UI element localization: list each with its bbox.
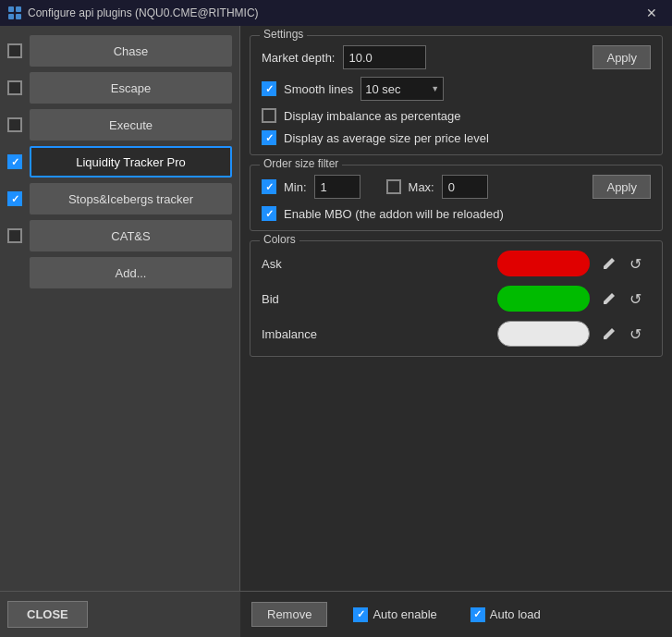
smooth-lines-select-wrapper: 5 sec 10 sec 15 sec 30 sec	[360, 77, 444, 101]
market-depth-input[interactable]	[343, 45, 426, 69]
auto-enable-checkbox[interactable]	[353, 607, 368, 622]
auto-load-text: Auto load	[490, 607, 541, 621]
title-bar: Configure api plugins (NQU0.CME@RITHMIC)…	[0, 0, 672, 26]
plugin-item-execute: Execute	[7, 109, 232, 141]
smooth-lines-select[interactable]: 5 sec 10 sec 15 sec 30 sec	[360, 77, 444, 101]
settings-apply-button[interactable]: Apply	[593, 45, 651, 69]
right-panel: Settings Market depth: Apply Smooth line…	[240, 26, 672, 637]
liquidity-button[interactable]: Liquidity Tracker Pro	[30, 146, 232, 178]
bid-reset-icon[interactable]: ↺	[625, 288, 645, 309]
left-panel: Chase Escape Execute Liquidity Tracker P…	[0, 26, 240, 637]
close-button[interactable]: CLOSE	[7, 601, 88, 628]
colors-section: Colors Ask ↺ Bid	[250, 240, 663, 357]
mbo-label: Enable MBO (the addon will be reloaded)	[284, 207, 504, 221]
add-button[interactable]: Add...	[30, 257, 232, 288]
plugin-item-cats: CAT&S	[7, 220, 232, 251]
mbo-checkbox[interactable]	[262, 206, 276, 221]
ask-label: Ask	[262, 257, 345, 271]
window-title: Configure api plugins (NQU0.CME@RITHMIC)	[28, 6, 639, 19]
ask-color-swatch[interactable]	[497, 251, 590, 276]
market-depth-row: Market depth: Apply	[262, 45, 651, 69]
imbalance-row: Display imbalance as percentage	[262, 108, 651, 123]
stops-checkbox[interactable]	[7, 191, 22, 206]
right-bottom-bar: Remove Auto enable Auto load	[240, 591, 672, 637]
bid-color-swatch[interactable]	[497, 286, 590, 312]
min-input[interactable]	[314, 175, 360, 199]
filter-apply-button[interactable]: Apply	[593, 175, 651, 199]
plugin-item-chase: Chase	[7, 35, 232, 67]
cats-button[interactable]: CAT&S	[30, 220, 232, 251]
settings-section: Settings Market depth: Apply Smooth line…	[250, 35, 663, 155]
stops-button[interactable]: Stops&Icebergs tracker	[30, 183, 232, 214]
mbo-row: Enable MBO (the addon will be reloaded)	[262, 206, 651, 221]
colors-section-label: Colors	[260, 233, 299, 246]
min-checkbox[interactable]	[262, 179, 276, 194]
imbalance-color-swatch[interactable]	[497, 321, 590, 347]
settings-section-label: Settings	[260, 28, 307, 41]
ask-edit-icon[interactable]	[599, 253, 619, 274]
execute-button[interactable]: Execute	[30, 109, 232, 141]
liquidity-checkbox[interactable]	[7, 154, 22, 169]
auto-enable-text: Auto enable	[373, 607, 436, 621]
order-filter-section: Order size filter Min: Max: Apply Enable…	[250, 165, 663, 231]
average-size-row: Display as average size per price level	[262, 130, 651, 145]
auto-load-checkbox[interactable]	[470, 607, 485, 622]
display-average-checkbox[interactable]	[262, 130, 276, 145]
imbalance-label: Imbalance	[262, 327, 345, 341]
svg-rect-2	[8, 14, 14, 19]
remove-button[interactable]: Remove	[251, 602, 327, 627]
smooth-lines-label: Smooth lines	[284, 82, 353, 96]
max-input[interactable]	[442, 175, 488, 199]
escape-button[interactable]: Escape	[30, 72, 232, 104]
execute-checkbox[interactable]	[7, 117, 22, 132]
market-depth-label: Market depth:	[262, 51, 336, 65]
escape-checkbox[interactable]	[7, 80, 22, 95]
svg-rect-0	[8, 6, 14, 12]
svg-rect-3	[16, 14, 21, 19]
auto-enable-label[interactable]: Auto enable	[353, 607, 436, 622]
order-filter-label: Order size filter	[260, 157, 342, 170]
main-layout: Chase Escape Execute Liquidity Tracker P…	[0, 26, 672, 637]
max-checkbox[interactable]	[386, 179, 401, 194]
ask-reset-icon[interactable]: ↺	[625, 253, 645, 274]
max-label: Max:	[409, 180, 434, 194]
left-bottom-bar: CLOSE	[0, 591, 240, 637]
imbalance-reset-icon[interactable]: ↺	[625, 324, 645, 344]
chase-button[interactable]: Chase	[30, 35, 232, 67]
bid-edit-icon[interactable]	[599, 288, 619, 309]
app-icon	[7, 6, 22, 20]
smooth-lines-checkbox[interactable]	[262, 81, 276, 96]
bid-color-row: Bid ↺	[262, 286, 651, 312]
close-window-button[interactable]: ✕	[639, 0, 665, 26]
plugin-item-escape: Escape	[7, 72, 232, 104]
imbalance-color-row: Imbalance ↺	[262, 321, 651, 347]
plugin-item-stops: Stops&Icebergs tracker	[7, 183, 232, 214]
display-imbalance-checkbox[interactable]	[262, 108, 276, 123]
plugin-item-add: Add...	[7, 257, 232, 288]
svg-rect-1	[16, 6, 21, 12]
bid-label: Bid	[262, 292, 345, 306]
imbalance-edit-icon[interactable]	[599, 324, 619, 344]
plugin-item-liquidity: Liquidity Tracker Pro	[7, 146, 232, 178]
display-imbalance-label: Display imbalance as percentage	[284, 109, 461, 123]
min-label: Min:	[284, 180, 307, 194]
min-max-row: Min: Max: Apply	[262, 175, 651, 199]
chase-checkbox[interactable]	[7, 43, 22, 58]
cats-checkbox[interactable]	[7, 228, 22, 243]
display-average-label: Display as average size per price level	[284, 131, 489, 145]
auto-load-label[interactable]: Auto load	[470, 607, 541, 622]
smooth-lines-row: Smooth lines 5 sec 10 sec 15 sec 30 sec	[262, 77, 651, 101]
ask-color-row: Ask ↺	[262, 251, 651, 276]
